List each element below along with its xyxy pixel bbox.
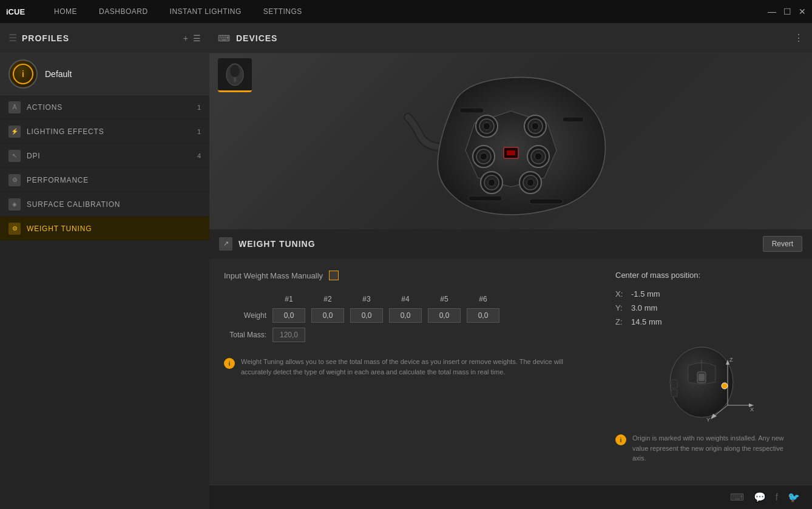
profiles-title: PROFILES <box>22 33 178 43</box>
profiles-icon: ☰ <box>8 32 17 44</box>
mouse-3d-container: Z X Y <box>658 339 755 423</box>
profile-item[interactable]: Default <box>0 53 209 95</box>
com-z-label: Z: <box>615 317 628 326</box>
profiles-menu-button[interactable]: ☰ <box>193 33 201 43</box>
svg-rect-33 <box>671 389 677 397</box>
sidebar-item-label: WEIGHT TUNING <box>27 224 195 233</box>
svg-text:Y: Y <box>706 417 710 423</box>
devices-bar: ⌨ DEVICES ⋮ <box>209 23 812 53</box>
weight-row: Weight <box>224 308 591 323</box>
com-y-label: Y: <box>615 303 628 312</box>
right-info-icon: i <box>615 434 626 445</box>
panel-body: Input Weight Mass Manually #1 #2 #3 #4 #… <box>209 258 812 476</box>
manual-toggle-checkbox[interactable] <box>329 271 339 280</box>
panel-header: ↗ WEIGHT TUNING Revert <box>209 229 812 258</box>
svg-rect-31 <box>699 374 705 381</box>
close-button[interactable]: ✕ <box>799 7 806 16</box>
maximize-button[interactable]: ☐ <box>783 7 791 16</box>
mouse-display <box>209 53 812 229</box>
weight-panel: ↗ WEIGHT TUNING Revert Input Weight Mass… <box>209 229 812 485</box>
main-layout: ☰ PROFILES + ☰ Default A ACTIONS 1 ⚡ LIG… <box>0 23 812 509</box>
mouse-illustration <box>390 62 632 220</box>
nav-settings[interactable]: SETTINGS <box>252 0 313 23</box>
avatar <box>8 59 38 89</box>
sidebar-item-performance[interactable]: ⚙ PERFORMANCE <box>0 168 209 192</box>
svg-point-9 <box>532 123 539 130</box>
com-x-label: X: <box>615 289 628 298</box>
com-x-row: X: -1.5 mm <box>615 289 797 298</box>
col-header-5: #5 <box>428 295 461 303</box>
footer-icon-4[interactable]: 🐦 <box>788 491 800 503</box>
mouse-3d-visualization: Z X Y <box>658 339 755 423</box>
footer-icon-3[interactable]: f <box>776 492 778 503</box>
weight-input-4[interactable] <box>389 308 422 323</box>
dpi-icon: ↖ <box>8 150 21 162</box>
content-area: ⌨ DEVICES ⋮ <box>209 23 812 509</box>
devices-menu-button[interactable]: ⋮ <box>794 32 804 44</box>
svg-point-12 <box>480 153 487 160</box>
sidebar-item-weight-tuning[interactable]: ⚙ WEIGHT TUNING <box>0 217 209 241</box>
com-z-value: 14.5 mm <box>631 317 662 326</box>
right-info-text: Origin is marked with no weights install… <box>632 433 797 463</box>
svg-rect-24 <box>459 108 484 113</box>
profiles-header-buttons: + ☰ <box>183 33 201 43</box>
left-panel: Input Weight Mass Manually #1 #2 #3 #4 #… <box>224 271 591 463</box>
weight-input-1[interactable] <box>272 308 305 323</box>
sidebar-item-lighting-effects[interactable]: ⚡ LIGHTING EFFECTS 1 <box>0 120 209 144</box>
weight-label: Weight <box>224 311 266 320</box>
col-header-2: #2 <box>311 295 344 303</box>
titlebar: iCUE HOME DASHBOARD INSTANT LIGHTING SET… <box>0 0 812 23</box>
menu-section: A ACTIONS 1 ⚡ LIGHTING EFFECTS 1 ↖ DPI 4… <box>0 95 209 509</box>
sidebar-item-dpi[interactable]: ↖ DPI 4 <box>0 144 209 168</box>
com-z-row: Z: 14.5 mm <box>615 317 797 326</box>
sidebar-item-actions[interactable]: A ACTIONS 1 <box>0 95 209 120</box>
window-controls: — ☐ ✕ <box>768 7 806 16</box>
weight-info-text: Weight Tuning allows you to see the tota… <box>241 357 591 377</box>
com-values: X: -1.5 mm Y: 3.0 mm Z: 14.5 mm <box>615 289 797 326</box>
weight-grid: #1 #2 #3 #4 #5 #6 Weight <box>224 295 591 342</box>
nav-instant-lighting[interactable]: INSTANT LIGHTING <box>159 0 252 23</box>
weight-input-6[interactable] <box>467 308 499 323</box>
add-profile-button[interactable]: + <box>183 33 188 43</box>
app-name: iCUE <box>6 7 25 16</box>
right-panel: Center of mass position: X: -1.5 mm Y: 3… <box>615 271 797 463</box>
profile-name: Default <box>45 69 72 79</box>
right-info-box: i Origin is marked with no weights insta… <box>615 433 797 463</box>
lighting-count: 1 <box>197 128 201 135</box>
nav-bar: HOME DASHBOARD INSTANT LIGHTING SETTINGS <box>43 0 768 23</box>
device-area <box>209 53 812 229</box>
sidebar-item-surface-calibration[interactable]: ◈ SURFACE CALIBRATION <box>0 192 209 217</box>
revert-button[interactable]: Revert <box>763 236 802 252</box>
lighting-icon: ⚡ <box>8 126 21 138</box>
dpi-count: 4 <box>197 152 201 160</box>
weight-info-box: i Weight Tuning allows you to see the to… <box>224 357 591 377</box>
minimize-button[interactable]: — <box>768 7 776 16</box>
devices-title: DEVICES <box>236 33 788 43</box>
info-icon: i <box>224 358 235 369</box>
sidebar: ☰ PROFILES + ☰ Default A ACTIONS 1 ⚡ LIG… <box>0 23 209 509</box>
com-title: Center of mass position: <box>615 271 797 280</box>
svg-rect-23 <box>507 150 515 155</box>
com-y-value: 3.0 mm <box>631 303 657 312</box>
svg-text:Z: Z <box>729 357 733 363</box>
col-header-6: #6 <box>467 295 499 303</box>
total-mass-label: Total Mass: <box>224 331 266 339</box>
com-x-value: -1.5 mm <box>631 289 660 298</box>
weight-icon: ⚙ <box>8 223 21 235</box>
footer-icon-2[interactable]: 💬 <box>754 491 766 503</box>
svg-point-43 <box>722 383 728 389</box>
nav-home[interactable]: HOME <box>43 0 88 23</box>
svg-point-21 <box>527 179 534 186</box>
nav-dashboard[interactable]: DASHBOARD <box>88 0 159 23</box>
sidebar-item-label: DPI <box>27 152 191 160</box>
svg-text:X: X <box>750 406 754 413</box>
weight-input-2[interactable] <box>311 308 344 323</box>
weight-input-3[interactable] <box>350 308 383 323</box>
com-y-row: Y: 3.0 mm <box>615 303 797 312</box>
total-mass-row: Total Mass: <box>224 328 591 342</box>
weight-input-5[interactable] <box>428 308 461 323</box>
sidebar-item-label: LIGHTING EFFECTS <box>27 127 191 136</box>
sidebar-item-label: PERFORMANCE <box>27 176 195 184</box>
total-mass-input <box>272 328 305 342</box>
footer-icon-1[interactable]: ⌨ <box>730 491 744 503</box>
